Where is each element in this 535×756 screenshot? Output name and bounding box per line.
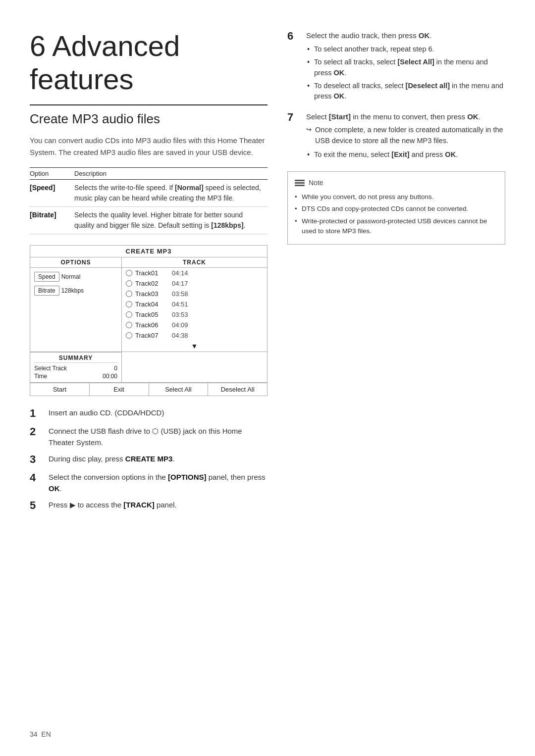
step-1: 1 Insert an audio CD. (CDDA/HDCD)	[30, 407, 268, 420]
table-header-description: Description	[74, 168, 268, 180]
step-3-number: 3	[30, 453, 42, 466]
track-row-5[interactable]: Track0503:53	[122, 309, 267, 320]
option-speed-desc: Selects the write-to-file speed. If [Nor…	[74, 180, 268, 207]
option-speed-name: [Speed]	[30, 180, 74, 207]
track-sub-header: TRACK	[122, 257, 267, 268]
select-track-val: 0	[114, 365, 117, 372]
track-time-5: 03:53	[172, 311, 188, 318]
step-1-number: 1	[30, 407, 42, 420]
track-row-3[interactable]: Track0303:58	[122, 289, 267, 299]
option-bitrate-desc: Selects the quality level. Higher bitrat…	[74, 207, 268, 234]
step-2-number: 2	[30, 425, 42, 438]
intro-text: You can convert audio CDs into MP3 audio…	[30, 135, 268, 158]
step-7-content: Select [Start] in the menu to convert, t…	[306, 111, 505, 162]
page-number: 34	[30, 730, 38, 738]
step-7-intro: Select [Start] in the menu to convert, t…	[306, 112, 481, 121]
step-5-number: 5	[30, 499, 42, 512]
step-6-bullet-3: To deselect all tracks, select [Deselect…	[306, 81, 505, 102]
page-footer: 34 EN	[30, 730, 51, 738]
select-track-label: Select Track	[34, 365, 67, 372]
summary-section: SUMMARY Select Track 0 Time 00:00	[30, 352, 267, 383]
step-2: 2 Connect the USB flash drive to ⬡ (USB)…	[30, 425, 268, 449]
track-name-1: Track01	[135, 269, 169, 277]
bitrate-option-row: Bitrate 128kbps	[34, 286, 117, 296]
track-name-5: Track05	[135, 311, 169, 318]
exit-button[interactable]: Exit	[90, 383, 149, 396]
step-5: 5 Press ▶ to access the [TRACK] panel.	[30, 499, 268, 512]
track-name-6: Track06	[135, 321, 169, 329]
panel-options: OPTIONS Speed Normal Bitrate 128kbps	[30, 257, 122, 352]
time-label: Time	[34, 373, 47, 380]
track-name-4: Track04	[135, 301, 169, 308]
track-time-4: 04:51	[172, 301, 188, 308]
chapter-title: 6 Advancedfeatures	[30, 30, 268, 96]
note-item-3: Write-protected or password-protected US…	[295, 216, 498, 237]
bitrate-value: 128kbps	[61, 287, 84, 294]
table-row: [Bitrate] Selects the quality level. Hig…	[30, 207, 268, 234]
chapter-number: 6	[30, 30, 46, 62]
track-row-4[interactable]: Track0404:51	[122, 299, 267, 309]
option-bitrate-name: [Bitrate]	[30, 207, 74, 234]
note-item-2: DTS CDs and copy-protected CDs cannot be…	[295, 204, 498, 214]
track-row-6[interactable]: Track0604:09	[122, 320, 267, 330]
step-3: 3 During disc play, press CREATE MP3.	[30, 453, 268, 466]
track-row-2[interactable]: Track0204:17	[122, 278, 267, 289]
section-title: Create MP3 audio files	[30, 111, 268, 127]
step-4: 4 Select the conversion options in the […	[30, 471, 268, 495]
page-lang: EN	[41, 730, 51, 738]
step-6-number: 6	[287, 30, 299, 43]
step-5-text: Press ▶ to access the [TRACK] panel.	[49, 499, 268, 510]
step-2-text: Connect the USB flash drive to ⬡ (USB) j…	[49, 425, 268, 449]
track-name-2: Track02	[135, 280, 169, 287]
track-row-7[interactable]: Track0704:38	[122, 330, 267, 341]
summary-header: SUMMARY	[34, 354, 117, 363]
start-button[interactable]: Start	[30, 383, 90, 396]
step-7-bullet-1: To exit the menu, select [Exit] and pres…	[306, 150, 505, 160]
left-column: 6 Advancedfeatures Create MP3 audio file…	[30, 30, 268, 517]
track-row-1[interactable]: Track0104:14	[122, 268, 267, 278]
right-column: 6 Select the audio track, then press OK.…	[287, 30, 505, 517]
deselect-all-button[interactable]: Deselect All	[208, 383, 267, 396]
summary-select-track: Select Track 0	[34, 364, 117, 372]
step-6-bullets: To select another track, repeat step 6. …	[306, 44, 505, 102]
select-all-button[interactable]: Select All	[149, 383, 209, 396]
panel-track: TRACK Track0104:14 Track0204:17 Track030…	[122, 257, 267, 352]
track-radio-2	[126, 280, 132, 287]
options-table: Option Description [Speed] Selects the w…	[30, 167, 268, 234]
note-icon-line1	[295, 180, 305, 181]
step-7-arrow-note: Once complete, a new folder is created a…	[306, 125, 505, 147]
step-4-number: 4	[30, 471, 42, 484]
note-label: Note	[309, 178, 323, 189]
track-radio-6	[126, 322, 132, 328]
step-6-intro: Select the audio track, then press OK.	[306, 31, 431, 40]
step-6: 6 Select the audio track, then press OK.…	[287, 30, 505, 104]
bitrate-button[interactable]: Bitrate	[34, 286, 59, 296]
panel-bottom-buttons: Start Exit Select All Deselect All	[30, 383, 267, 396]
note-icon	[295, 180, 305, 186]
create-mp3-panel: CREATE MP3 OPTIONS Speed Normal Bitrate …	[30, 245, 268, 396]
step-6-bullet-2: To select all tracks, select [Select All…	[306, 57, 505, 79]
summary-time: Time 00:00	[34, 372, 117, 380]
steps-list-left: 1 Insert an audio CD. (CDDA/HDCD) 2 Conn…	[30, 407, 268, 512]
track-name-3: Track03	[135, 290, 169, 298]
step-1-text: Insert an audio CD. (CDDA/HDCD)	[49, 407, 268, 418]
step-6-content: Select the audio track, then press OK. T…	[306, 30, 505, 104]
track-time-1: 04:14	[172, 269, 188, 277]
step-7-bullets: To exit the menu, select [Exit] and pres…	[306, 150, 505, 160]
track-radio-3	[126, 291, 132, 297]
summary-track-spacer	[122, 352, 267, 382]
note-header: Note	[295, 178, 498, 189]
panel-summary: SUMMARY Select Track 0 Time 00:00	[30, 352, 122, 382]
step-3-text: During disc play, press CREATE MP3.	[49, 453, 268, 464]
speed-value: Normal	[61, 273, 81, 280]
time-val: 00:00	[103, 373, 117, 380]
note-box: Note While you convert, do not press any…	[287, 171, 505, 245]
note-list: While you convert, do not press any butt…	[295, 192, 498, 236]
speed-button[interactable]: Speed	[34, 272, 59, 282]
speed-option-row: Speed Normal	[34, 272, 117, 282]
note-icon-line3	[295, 185, 305, 186]
step-7-number: 7	[287, 111, 299, 124]
table-header-option: Option	[30, 168, 74, 180]
track-scroll-down[interactable]: ▼	[122, 341, 267, 352]
step-7: 7 Select [Start] in the menu to convert,…	[287, 111, 505, 162]
